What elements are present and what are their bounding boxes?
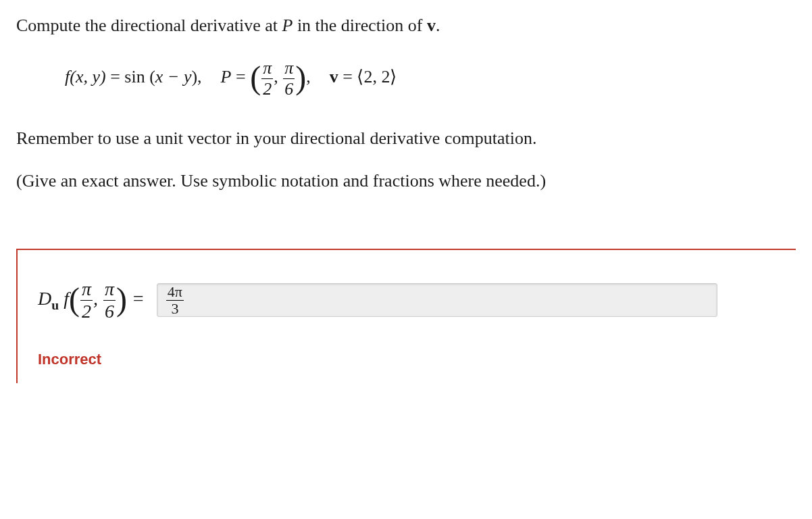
answer-row: Du f(π2, π6) = 4π 3 — [38, 280, 781, 321]
ans-frac-pi-6: π6 — [103, 280, 116, 321]
q-part-a: Compute the directional derivative at — [16, 16, 282, 35]
q-part-c: . — [436, 16, 440, 35]
eq-2: = — [232, 68, 251, 87]
u-subscript: u — [51, 298, 59, 312]
eq-3: = — [338, 68, 357, 87]
ans-eq: = — [127, 288, 145, 309]
ans-lparen-icon: ( — [69, 285, 80, 314]
post-p-comma: , — [306, 68, 311, 87]
rangle-icon: ⟩ — [390, 68, 397, 87]
answer-label: Du f(π2, π6) = — [38, 280, 145, 321]
ans-comma: , — [93, 288, 103, 309]
sin-close: ), — [191, 68, 201, 87]
q-P: P — [282, 16, 293, 35]
comma-1: , — [274, 68, 282, 87]
instruction-line-2: (Give an exact answer. Use symbolic nota… — [16, 168, 796, 195]
rparen-icon: ) — [295, 63, 306, 92]
answer-input[interactable]: 4π 3 — [157, 283, 717, 317]
ans-frac-pi-2: π2 — [80, 280, 93, 321]
answer-den: 3 — [166, 300, 184, 317]
q-v: v — [427, 16, 436, 35]
sin-open: ( — [145, 68, 155, 87]
frac-pi-2: π2 — [261, 59, 274, 98]
sin-arg: x − y — [155, 68, 192, 87]
q-part-b: in the direction of — [293, 16, 427, 35]
P-label: P — [221, 68, 232, 87]
f-sym: f — [59, 288, 69, 309]
f-lhs: f(x, y) — [65, 68, 106, 87]
formula-display: f(x, y) = sin (x − y),P = (π2, π6),v = ⟨… — [65, 59, 796, 98]
eq-1: = — [106, 68, 125, 87]
answer-region: Du f(π2, π6) = 4π 3 Incorrect — [16, 249, 796, 383]
answer-value: 4π 3 — [166, 284, 184, 317]
question-text: Compute the directional derivative at P … — [16, 14, 796, 38]
langle-icon: ⟨ — [357, 68, 363, 87]
instruction-line-1: Remember to use a unit vector in your di… — [16, 125, 796, 152]
feedback-text: Incorrect — [38, 351, 781, 368]
v-label: v — [330, 68, 338, 87]
sin-fn: sin — [124, 68, 145, 87]
D-sym: D — [38, 288, 51, 309]
v-components: 2, 2 — [363, 68, 390, 87]
answer-num: 4π — [166, 284, 184, 300]
ans-rparen-icon: ) — [116, 285, 127, 314]
lparen-icon: ( — [250, 63, 261, 92]
frac-pi-6: π6 — [282, 59, 295, 98]
